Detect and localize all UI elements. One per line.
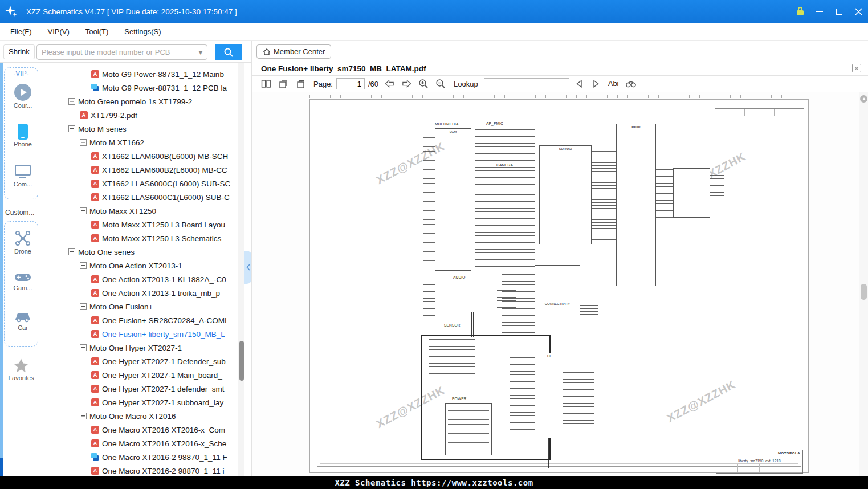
member-center-button[interactable]: Member Center [256, 44, 331, 59]
copy-page-button[interactable] [276, 77, 291, 91]
wire-bundle [510, 357, 535, 436]
menu-item[interactable]: Tool(T) [78, 23, 116, 41]
duplicate-page-button[interactable] [293, 77, 308, 91]
zoom-in-icon [418, 79, 429, 89]
menu-item[interactable]: Settings(S) [116, 23, 169, 41]
tree-item[interactable]: Moto M XT1662 [44, 136, 238, 149]
tree-item-icon [91, 152, 99, 160]
sidebar-item-course[interactable]: Cour... [6, 84, 40, 109]
block-lcm: LCM [435, 128, 471, 271]
arrow-right-icon [401, 79, 412, 88]
sidebar-item-favorites[interactable]: Favorites [4, 358, 38, 381]
match-case-toggle[interactable]: Abi [608, 79, 619, 88]
tree-item[interactable]: One Hyper XT2027-1 defender_smt [44, 382, 238, 396]
tree-item[interactable]: One Macro XT2016 XT2016-x_Com [44, 423, 238, 437]
sidebar-item-car[interactable]: Car [6, 309, 40, 331]
tree-item-icon [91, 275, 99, 283]
tree-item[interactable]: Moto One Action XT2013-1 [44, 259, 238, 272]
copy-page-icon [279, 79, 288, 89]
two-page-view-button[interactable] [259, 77, 274, 91]
tree-item[interactable]: Moto One Macro XT2016 [44, 409, 238, 423]
app-logo-sparkle-icon [0, 0, 23, 23]
tree-item-icon [80, 111, 88, 119]
tree-item[interactable]: Moto G9 Power-88731_1_12 Mainb [44, 67, 238, 81]
find-all-button[interactable] [624, 77, 638, 91]
shrink-button[interactable]: Shrink [3, 44, 35, 59]
tree-scrollbar-thumb[interactable] [239, 341, 244, 381]
next-match-button[interactable] [589, 77, 604, 91]
tree-item[interactable]: Moto Maxx XT1250 L3 Board Layou [44, 218, 238, 231]
tree-item[interactable]: Moto One series [44, 245, 238, 259]
chevron-down-icon[interactable]: ▼ [194, 49, 207, 56]
tree-item[interactable]: One Action XT2013-1 KL1882A_-C0 [44, 272, 238, 286]
block-label-power: POWER [451, 397, 467, 401]
tree-item-icon [91, 316, 99, 324]
vertical-bus [471, 312, 476, 337]
tree-scrollbar[interactable] [238, 63, 244, 476]
tree-item[interactable]: One Macro XT2016-2 98870_1_11 F [44, 450, 238, 464]
tree-item[interactable]: Moto Green pomelo 1s XT1799-2 [44, 95, 238, 108]
model-search-input[interactable] [37, 48, 194, 56]
tree-item[interactable]: Moto M series [44, 122, 238, 136]
vault-icon[interactable] [790, 0, 810, 23]
tree-item[interactable]: One Fusion+ SR28C70284_A-COMI [44, 313, 238, 327]
tree-item-icon [91, 357, 99, 365]
tree-item[interactable]: One Hyper XT2027-1 Main_board_ [44, 368, 238, 382]
tree-item[interactable]: One Fusion+ liberty_sm7150_MB_L [44, 327, 238, 341]
sidebar-item-game[interactable]: Gam... [6, 271, 40, 291]
sidebar-item-drone[interactable]: Drone [6, 230, 40, 255]
block-sdr660: SDR660 [539, 145, 592, 244]
tree-item[interactable]: Moto G9 Power-88731_1_12 PCB la [44, 81, 238, 95]
search-button[interactable] [215, 44, 242, 60]
zoom-in-button[interactable] [416, 77, 431, 91]
close-button[interactable] [849, 0, 868, 23]
tree-item[interactable]: Moto One Hyper XT2027-1 [44, 341, 238, 354]
tree-item[interactable]: XT1662 LLAS6000C1(L6000) SUB-C [44, 190, 238, 204]
tree-item-icon [91, 467, 99, 475]
tree-item[interactable]: One Macro XT2016 XT2016-x_Sche [44, 437, 238, 450]
close-document-icon[interactable] [852, 64, 861, 72]
zoom-out-button[interactable] [433, 77, 448, 91]
tree-item[interactable]: XT1662 LLAS6000C(L6000) SUB-SC [44, 177, 238, 190]
scroll-to-top-button[interactable] [860, 95, 867, 103]
tree-item[interactable]: One Macro XT2016-2 98870_1_11 i [44, 464, 238, 476]
tree-item[interactable]: XT1662 LLAM600B(L6000) MB-SCH [44, 149, 238, 163]
tree-item[interactable]: Moto Maxx XT1250 L3 Schematics [44, 231, 238, 245]
pdf-viewer[interactable]: XZZ@XZZHK XZZ@XZZHK XZZ@XZZHK XZZ@XZZHK … [252, 92, 859, 476]
previous-match-button[interactable] [572, 77, 586, 91]
previous-page-button[interactable] [382, 77, 397, 91]
tree-item[interactable]: One Hyper XT2027-1 Defender_sub [44, 354, 238, 368]
tree-item[interactable]: One Hyper XT2027-1 subboard_lay [44, 396, 238, 409]
wire-bundle [475, 129, 535, 270]
window-title: XZZ Schematics V4.77 [ VIP Due date: 202… [26, 7, 237, 16]
tree-item-icon [91, 166, 99, 174]
tree-item-icon [91, 84, 99, 92]
tree-item[interactable]: XT1662 LLAM600B2(L6000) MB-CC [44, 163, 238, 177]
maximize-button[interactable] [829, 0, 849, 23]
viewer-scrollbar[interactable] [859, 92, 868, 476]
block-ui: UI [535, 353, 563, 438]
viewer-scrollbar-thumb[interactable] [861, 284, 867, 300]
document-tab[interactable]: One Fusion+ liberty_sm7150_MB_LATAM.pdf [252, 62, 435, 76]
next-page-button[interactable] [399, 77, 414, 91]
toolbar: Shrink ▼ Member Center [0, 41, 868, 63]
menu-item[interactable]: File(F) [2, 23, 40, 41]
menu-item[interactable]: VIP(V) [40, 23, 78, 41]
title-block: MOTOROLA liberty_sm7150_evt_1218 [716, 450, 803, 474]
tree-item-icon [91, 193, 99, 201]
page-number-input[interactable] [336, 78, 365, 89]
model-tree-panel: Moto G9 Power-88731_1_12 Mainb Moto G9 P… [44, 63, 238, 476]
tree-item[interactable]: Moto One Fusion+ [44, 300, 238, 313]
sidebar-item-computer[interactable]: Com... [6, 165, 40, 188]
minimize-button[interactable] [810, 0, 829, 23]
wire-bundle [423, 133, 435, 264]
titlebar: XZZ Schematics V4.77 [ VIP Due date: 202… [0, 0, 868, 23]
tree-item[interactable]: XT1799-2.pdf [44, 108, 238, 122]
tree-item[interactable]: Moto Maxx XT1250 [44, 204, 238, 218]
computer-icon [15, 165, 31, 176]
tree-item[interactable]: One Action XT2013-1 troika_mb_p [44, 286, 238, 300]
sidebar-item-phone[interactable]: Phone [6, 124, 40, 148]
wire-bundle [656, 169, 673, 218]
tree-item-icon [91, 289, 99, 297]
lookup-input[interactable] [484, 78, 569, 89]
